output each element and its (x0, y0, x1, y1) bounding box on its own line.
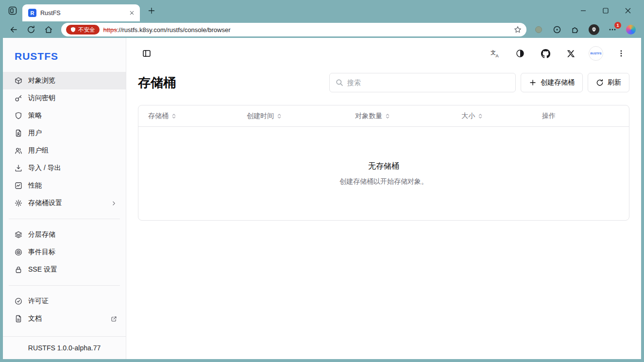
extensions-icon[interactable] (570, 24, 581, 35)
sidebar-item-access-keys[interactable]: 访问密钥 (3, 89, 126, 107)
user-card-icon (15, 129, 22, 137)
empty-state-description: 创建存储桶以开始存储对象。 (339, 177, 428, 186)
sidebar-item-label: 文档 (28, 314, 105, 323)
import-export-icon (15, 164, 22, 172)
new-tab-button[interactable] (145, 4, 158, 17)
sidebar-item-docs[interactable]: 文档 (3, 310, 126, 328)
sidebar-item-label: 性能 (28, 181, 117, 190)
home-button[interactable] (41, 23, 56, 36)
sidebar-item-label: 对象浏览 (28, 76, 117, 85)
sidebar-item-bucket-settings[interactable]: 存储桶设置 (3, 194, 126, 212)
sidebar-item-performance[interactable]: 性能 (3, 177, 126, 194)
column-header-actions: 操作 (532, 112, 629, 121)
sidebar: RUSTFS 对象浏览 访问密钥 策略 用户 (3, 38, 126, 359)
sidebar-item-users[interactable]: 用户 (3, 124, 126, 142)
refresh-label: 刷新 (608, 78, 621, 87)
sidebar-version: RUSTFS 1.0.0-alpha.77 (3, 336, 126, 359)
search-input[interactable] (347, 79, 509, 86)
security-badge[interactable]: 不安全 (66, 25, 100, 34)
package-icon (15, 77, 22, 85)
minimize-button[interactable] (572, 2, 594, 19)
sidebar-item-event-targets[interactable]: 事件目标 (3, 243, 126, 261)
tab-close-icon[interactable] (127, 9, 136, 17)
github-icon[interactable] (538, 46, 553, 61)
sidebar-item-label: 导入 / 导出 (28, 164, 117, 172)
column-label: 大小 (461, 112, 475, 121)
sidebar-item-policies[interactable]: 策略 (3, 107, 126, 124)
column-header-created[interactable]: 创建时间 (237, 112, 345, 121)
settings-more-button[interactable]: 1 (607, 24, 618, 35)
sidebar-item-label: SSE 设置 (28, 265, 117, 274)
theme-toggle-icon[interactable] (513, 46, 527, 61)
column-header-size[interactable]: 大小 (452, 112, 532, 121)
refresh-icon (596, 79, 604, 86)
x-twitter-icon[interactable] (563, 46, 578, 61)
tab-title: RustFS (40, 10, 123, 17)
sidebar-item-label: 访问密钥 (28, 94, 117, 103)
security-badge-label: 不安全 (78, 26, 95, 34)
sidebar-item-label: 存储桶设置 (28, 199, 105, 207)
more-menu-icon[interactable] (614, 46, 628, 61)
address-bar[interactable]: 不安全 https://rustfs.k8sy.com/rustfs/conso… (61, 23, 526, 36)
column-label: 操作 (542, 112, 556, 121)
plus-icon (529, 79, 537, 86)
profile-avatar[interactable] (589, 24, 599, 35)
empty-state-title: 无存储桶 (368, 161, 399, 172)
back-button[interactable] (6, 23, 21, 36)
url-text: https://rustfs.k8sy.com/rustfs/console/b… (103, 26, 231, 34)
key-icon (15, 94, 22, 102)
svg-text:A: A (496, 53, 499, 58)
sidebar-toggle-button[interactable] (139, 46, 154, 61)
rustfs-logo-badge[interactable]: RUSTFS (589, 46, 603, 61)
search-box[interactable] (329, 73, 516, 92)
status-dot-icon[interactable] (533, 24, 544, 35)
performance-icon (15, 182, 22, 190)
sidebar-item-label: 许可证 (28, 297, 117, 306)
maximize-button[interactable] (594, 2, 617, 19)
warning-shield-icon (70, 27, 76, 33)
main-area: 文A RUSTFS 存储桶 (126, 38, 641, 359)
sidebar-item-import-export[interactable]: 导入 / 导出 (3, 159, 126, 177)
tab-favicon: R (28, 9, 36, 17)
favorite-star-icon[interactable] (514, 26, 522, 34)
browser-workspaces-icon[interactable] (6, 4, 19, 17)
close-button[interactable] (617, 2, 639, 19)
sidebar-item-user-groups[interactable]: 用户组 (3, 142, 126, 159)
svg-text:文: 文 (491, 50, 496, 55)
column-header-bucket[interactable]: 存储桶 (138, 112, 237, 121)
sidebar-item-object-browser[interactable]: 对象浏览 (3, 72, 126, 89)
toolbar-icons: 1 (530, 24, 639, 35)
sidebar-item-tiered-storage[interactable]: 分层存储 (3, 226, 126, 243)
sidebar-item-label: 事件目标 (28, 248, 117, 257)
language-icon[interactable]: 文A (488, 46, 502, 61)
main-header: 文A RUSTFS (126, 38, 641, 69)
buckets-table: 存储桶 创建时间 对象数量 (138, 105, 629, 221)
sidebar-item-license[interactable]: 许可证 (3, 293, 126, 310)
browser-essentials-icon[interactable] (552, 24, 562, 35)
column-label: 存储桶 (148, 112, 169, 121)
sidebar-item-sse-settings[interactable]: SSE 设置 (3, 261, 126, 278)
column-label: 对象数量 (355, 112, 382, 121)
license-icon (15, 297, 22, 305)
lock-icon (15, 266, 22, 274)
browser-tab-strip: R RustFS (0, 0, 644, 21)
sidebar-item-label: 用户组 (28, 146, 117, 155)
sidebar-divider (9, 219, 120, 219)
reload-button[interactable] (24, 23, 38, 36)
copilot-button[interactable] (626, 24, 636, 35)
empty-state: 无存储桶 创建存储桶以开始存储对象。 (138, 127, 629, 220)
browser-tab[interactable]: R RustFS (22, 4, 140, 21)
shield-icon (15, 112, 22, 120)
sort-icon (477, 113, 483, 119)
column-header-object-count[interactable]: 对象数量 (345, 112, 452, 121)
refresh-button[interactable]: 刷新 (588, 73, 629, 92)
page-body: RUSTFS 对象浏览 访问密钥 策略 用户 (3, 38, 641, 359)
sidebar-item-label: 分层存储 (28, 230, 117, 239)
url-rest: ://rustfs.k8sy.com/rustfs/console/browse… (117, 26, 231, 34)
notification-badge: 1 (614, 22, 621, 29)
create-bucket-button[interactable]: 创建存储桶 (521, 73, 583, 92)
sidebar-divider (9, 285, 120, 286)
users-icon (15, 147, 22, 155)
browser-toolbar: 不安全 https://rustfs.k8sy.com/rustfs/conso… (0, 21, 644, 38)
page-content: 存储桶 创建存储桶 (126, 69, 641, 221)
